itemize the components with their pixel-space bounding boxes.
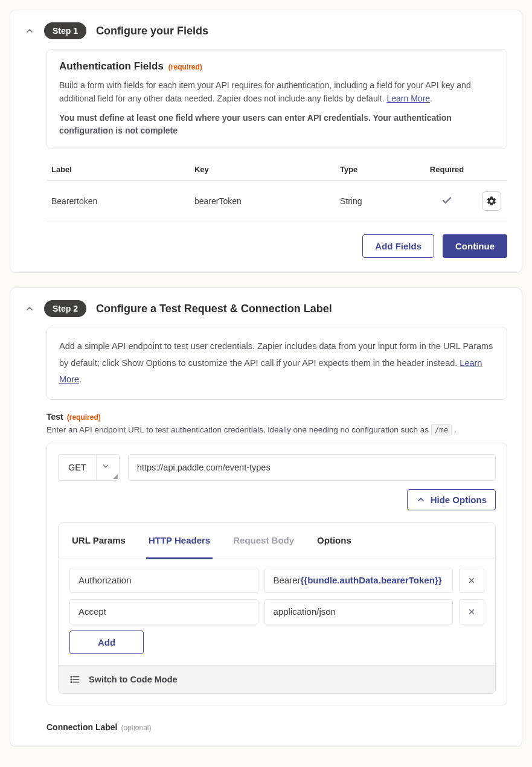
- switch-code-label: Switch to Code Mode: [89, 675, 178, 684]
- required-tag: (required): [67, 413, 101, 422]
- template-token: {{bundle.authData.bearerToken}}: [301, 575, 442, 585]
- step2-title: Configure a Test Request & Connection La…: [96, 303, 332, 315]
- col-type: Type: [335, 159, 417, 181]
- method-value: GET: [59, 455, 96, 480]
- test-label: Test: [46, 412, 63, 422]
- chevron-down-icon[interactable]: [96, 455, 119, 480]
- header-row: application/json: [69, 599, 484, 624]
- add-fields-button[interactable]: Add Fields: [362, 234, 434, 258]
- auth-fields-box: Authentication Fields (required) Build a…: [46, 49, 507, 149]
- options-panel: URL Params HTTP Headers Request Body Opt…: [58, 522, 496, 694]
- header-value-input[interactable]: Bearer {{bundle.authData.bearerToken}}: [264, 568, 453, 593]
- header-key-input[interactable]: [69, 568, 258, 593]
- col-required: Required: [417, 159, 477, 181]
- method-select[interactable]: GET: [58, 454, 120, 481]
- gear-button[interactable]: [482, 191, 501, 211]
- step2-header: Step 2 Configure a Test Request & Connec…: [25, 300, 507, 317]
- tabs: URL Params HTTP Headers Request Body Opt…: [59, 523, 495, 559]
- switch-code-mode[interactable]: Switch to Code Mode: [59, 665, 495, 693]
- hide-options-button[interactable]: Hide Options: [407, 489, 496, 510]
- header-key-input[interactable]: [69, 599, 258, 624]
- remove-header-button[interactable]: [459, 568, 484, 593]
- col-label: Label: [46, 159, 190, 181]
- step2-desc: Add a simple API endpoint to test user c…: [46, 327, 507, 400]
- table-row: Bearertoken bearerToken String: [46, 181, 507, 222]
- auth-fields-desc: Build a form with fields for each item y…: [59, 79, 495, 106]
- connection-label: Connection Label: [46, 722, 117, 732]
- field-type-cell: String: [335, 181, 417, 222]
- field-key-cell: bearerToken: [190, 181, 335, 222]
- optional-tag: (optional): [121, 724, 151, 732]
- me-code-chip: /me: [431, 424, 452, 435]
- step1-title: Configure your Fields: [96, 25, 208, 37]
- header-row: Bearer {{bundle.authData.bearerToken}}: [69, 568, 484, 593]
- fields-table: Label Key Type Required Bearertoken bear…: [46, 159, 507, 222]
- close-icon: [467, 608, 476, 616]
- step1-card: Step 1 Configure your Fields Authenticat…: [10, 10, 522, 273]
- learn-more-link[interactable]: Learn More: [386, 94, 430, 103]
- close-icon: [467, 576, 476, 585]
- continue-button[interactable]: Continue: [443, 234, 507, 258]
- tab-url-params[interactable]: URL Params: [69, 523, 128, 559]
- step2-pill: Step 2: [44, 300, 86, 317]
- url-input[interactable]: [128, 454, 496, 481]
- tab-http-headers[interactable]: HTTP Headers: [146, 523, 213, 559]
- auth-fields-title: Authentication Fields: [59, 60, 164, 72]
- svg-point-7: [71, 676, 72, 678]
- remove-header-button[interactable]: [459, 599, 484, 624]
- request-box: GET Hide Options URL Params HTTP Headers: [46, 443, 507, 705]
- auth-fields-warning: You must define at least one field where…: [59, 112, 495, 138]
- step1-header: Step 1 Configure your Fields: [25, 22, 507, 39]
- chevron-up-icon[interactable]: [25, 26, 34, 36]
- header-value-input[interactable]: application/json: [264, 599, 453, 624]
- col-key: Key: [190, 159, 335, 181]
- list-icon: [69, 674, 80, 685]
- tab-request-body[interactable]: Request Body: [231, 523, 296, 559]
- step2-card: Step 2 Configure a Test Request & Connec…: [10, 287, 522, 747]
- chevron-up-icon: [416, 495, 426, 504]
- headers-body: Bearer {{bundle.authData.bearerToken}} a…: [59, 559, 495, 665]
- svg-point-9: [71, 682, 72, 683]
- step1-pill: Step 1: [44, 22, 86, 39]
- required-check-icon: [417, 181, 477, 222]
- chevron-up-icon[interactable]: [25, 304, 34, 313]
- field-label-cell: Bearertoken: [46, 181, 190, 222]
- required-tag: (required): [168, 63, 202, 71]
- svg-point-8: [71, 679, 72, 680]
- tab-options[interactable]: Options: [315, 523, 354, 559]
- table-header-row: Label Key Type Required: [46, 159, 507, 181]
- test-hint: Enter an API endpoint URL to test authen…: [46, 425, 507, 434]
- add-header-button[interactable]: Add: [69, 631, 144, 654]
